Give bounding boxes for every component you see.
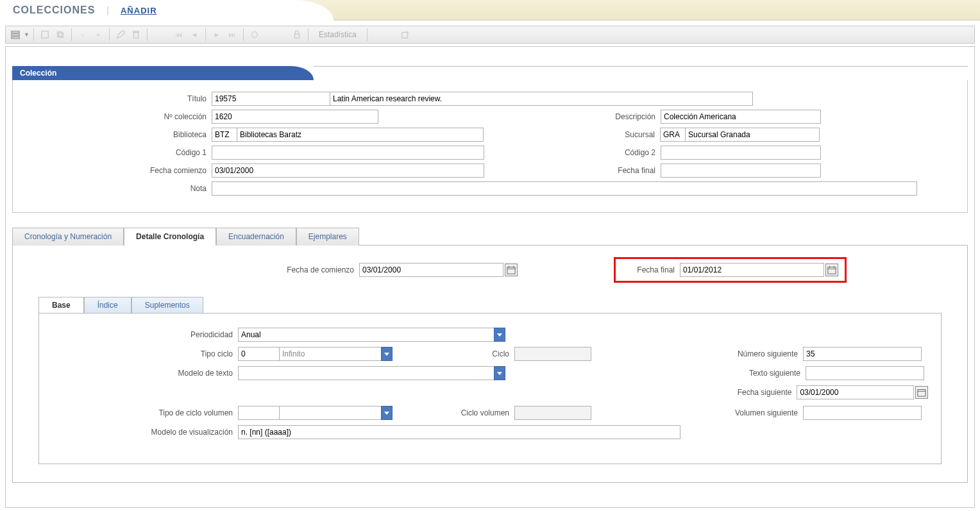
tab-encuadernacion[interactable]: Encuadernación xyxy=(216,228,296,246)
modtexto-input[interactable] xyxy=(238,366,494,380)
inner-tab-indice[interactable]: Índice xyxy=(84,297,131,313)
dropdown-arrow-icon[interactable] xyxy=(494,366,505,380)
tipovolciclo-label: Tipo de ciclo volumen xyxy=(52,408,238,417)
cod2-input[interactable] xyxy=(661,146,821,160)
cod1-input[interactable] xyxy=(212,146,484,160)
section-header: Colección xyxy=(12,66,968,80)
copy-button[interactable] xyxy=(53,28,67,42)
ciclovol-label: Ciclo volumen xyxy=(393,408,514,417)
dropdown-arrow-icon[interactable] xyxy=(381,406,393,420)
tipovolciclo-num-input[interactable] xyxy=(238,406,280,420)
tipociclo-num-input[interactable] xyxy=(238,347,280,361)
main-tabs: Cronología y Numeración Detalle Cronolog… xyxy=(12,227,968,246)
desc-label: Descripción xyxy=(378,112,661,121)
titulo-code-input[interactable] xyxy=(212,92,330,106)
collection-panel: Título Nº colección Descripción Bibliote… xyxy=(12,80,968,213)
cod2-label: Código 2 xyxy=(484,148,661,157)
numsig-input[interactable] xyxy=(803,347,922,361)
svg-rect-19 xyxy=(918,390,925,397)
modvis-label: Modelo de visualización xyxy=(52,428,238,437)
inner-tab-suplementos[interactable]: Suplementos xyxy=(131,297,203,313)
textosig-input[interactable] xyxy=(806,366,924,380)
period-label: Periodicidad xyxy=(52,330,238,339)
list-view-button[interactable] xyxy=(8,28,22,42)
bib-code-input[interactable] xyxy=(212,128,237,142)
period-input[interactable] xyxy=(238,328,494,342)
export-button[interactable] xyxy=(398,28,412,42)
calendar-icon[interactable] xyxy=(505,264,518,276)
svg-rect-11 xyxy=(507,267,515,274)
svg-rect-7 xyxy=(133,31,139,33)
refresh-button[interactable] xyxy=(248,28,262,42)
svg-rect-3 xyxy=(42,31,49,38)
first-button[interactable]: ⏮ xyxy=(172,28,186,42)
detail-ffin-input[interactable] xyxy=(680,263,824,277)
prev-button[interactable]: ‹ xyxy=(76,28,90,42)
textosig-label: Texto siguiente xyxy=(505,369,806,378)
nota-label: Nota xyxy=(19,184,212,193)
detail-fcom-label: Fecha de comienzo xyxy=(26,265,359,274)
save-button[interactable] xyxy=(38,28,52,42)
toolbar: ▼ ‹ + ⏮ ◄ ► ⏭ Estadística xyxy=(5,26,975,44)
forward-button[interactable]: ► xyxy=(210,28,224,42)
svg-rect-5 xyxy=(58,33,63,37)
tipovolciclo-text-input[interactable] xyxy=(279,406,382,420)
svg-rect-10 xyxy=(401,33,407,38)
calendar-icon[interactable] xyxy=(825,264,838,276)
volsig-label: Volumen siguiente xyxy=(591,408,803,417)
svg-point-8 xyxy=(252,32,258,38)
modtexto-label: Modelo de texto xyxy=(52,369,238,378)
section-title: Colección xyxy=(12,66,314,80)
suc-label: Sucursal xyxy=(484,130,660,139)
chevron-down-icon: ▼ xyxy=(24,31,30,38)
back-button[interactable]: ◄ xyxy=(187,28,201,42)
bib-text-input[interactable] xyxy=(237,128,484,142)
fechasig-input[interactable] xyxy=(797,385,914,399)
numsig-label: Número siguiente xyxy=(591,349,803,358)
lock-button[interactable] xyxy=(290,28,304,42)
tab-content-detalle: Fecha de comienzo Fecha final Base Índic… xyxy=(12,246,968,483)
ffin-input[interactable] xyxy=(661,163,821,178)
app-title: COLECCIONES xyxy=(13,4,95,16)
edit-button[interactable] xyxy=(114,28,128,42)
fcom-input[interactable] xyxy=(212,163,484,178)
detail-ffin-label: Fecha final xyxy=(622,265,680,274)
ciclovol-input xyxy=(514,406,591,420)
delete-button[interactable] xyxy=(129,28,143,42)
inner-tab-content-base: Periodicidad Tipo ciclo Ciclo Número sig… xyxy=(38,313,942,464)
suc-text-input[interactable] xyxy=(685,128,820,142)
titulo-text-input[interactable] xyxy=(330,92,753,106)
suc-code-input[interactable] xyxy=(660,128,686,142)
tab-ejemplares[interactable]: Ejemplares xyxy=(296,228,359,246)
tipociclo-label: Tipo ciclo xyxy=(52,349,238,358)
dropdown-arrow-icon[interactable] xyxy=(381,347,393,361)
inner-tabs: Base Índice Suplementos xyxy=(38,297,942,313)
svg-rect-6 xyxy=(133,33,138,38)
tipociclo-text-input[interactable] xyxy=(279,347,382,361)
svg-rect-9 xyxy=(294,34,299,38)
ncol-input[interactable] xyxy=(212,110,378,124)
modvis-input[interactable] xyxy=(238,425,680,439)
inner-tab-base[interactable]: Base xyxy=(38,297,84,313)
dropdown-arrow-icon[interactable] xyxy=(494,328,505,342)
svg-rect-0 xyxy=(12,31,19,33)
fecha-final-highlight: Fecha final xyxy=(614,257,847,283)
ciclo-label: Ciclo xyxy=(393,349,514,358)
titulo-label: Título xyxy=(19,94,212,103)
calendar-icon[interactable] xyxy=(915,386,928,399)
svg-rect-1 xyxy=(12,34,19,36)
separator: | xyxy=(106,5,109,15)
stats-button[interactable]: Estadística xyxy=(312,28,363,42)
svg-rect-4 xyxy=(58,32,62,37)
tab-cronologia-numeracion[interactable]: Cronología y Numeración xyxy=(12,228,124,246)
tab-detalle-cronologia[interactable]: Detalle Cronología xyxy=(124,228,216,246)
desc-input[interactable] xyxy=(661,110,821,124)
nota-input[interactable] xyxy=(212,181,917,196)
detail-fcom-input[interactable] xyxy=(359,263,503,277)
ffin-label: Fecha final xyxy=(484,166,661,175)
add-button[interactable]: + xyxy=(91,28,105,42)
volsig-input[interactable] xyxy=(803,406,922,420)
ncol-label: Nº colección xyxy=(19,112,212,121)
add-link[interactable]: AÑADIR xyxy=(121,6,157,15)
last-button[interactable]: ⏭ xyxy=(225,28,239,42)
